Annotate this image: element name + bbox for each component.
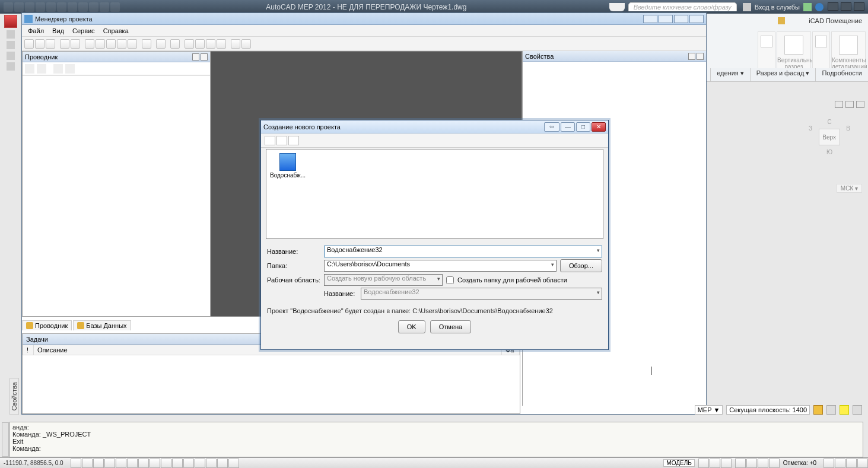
status-toggle[interactable] (857, 459, 868, 468)
pm-menu-help[interactable]: Справка (103, 27, 129, 34)
palette-icon[interactable] (7, 62, 15, 71)
status-toggle[interactable] (116, 459, 126, 468)
doc-max-button[interactable] (845, 101, 854, 108)
pm-tool[interactable] (85, 39, 94, 49)
pm-tool[interactable] (96, 39, 105, 49)
pm-tool[interactable] (24, 39, 34, 49)
doc-min-button[interactable] (835, 101, 843, 108)
cmd-prompt[interactable]: Команда: (12, 445, 860, 452)
status-toggle[interactable] (698, 459, 709, 468)
status-toggle[interactable] (71, 459, 81, 468)
status-toggle[interactable] (758, 459, 768, 468)
coords-readout[interactable]: -11190.7, 88856.5, 0.0 (0, 460, 67, 466)
ok-button[interactable]: OK (398, 320, 425, 333)
view-small-icons[interactable] (276, 136, 287, 145)
status-toggle[interactable] (835, 459, 845, 468)
pm-menu-view[interactable]: Вид (52, 27, 64, 34)
status-toggle[interactable] (735, 459, 746, 468)
pm-maximize-button[interactable] (674, 15, 688, 23)
pm-tool[interactable] (106, 39, 116, 49)
ribbon-panel-tab[interactable]: Подробности (815, 68, 868, 81)
explorer-tool[interactable] (25, 64, 34, 74)
pin-icon[interactable] (688, 53, 695, 60)
status-toggle[interactable] (769, 459, 780, 468)
workspace-icon[interactable] (778, 17, 785, 24)
app-menu-button[interactable] (4, 15, 17, 28)
pm-tool[interactable] (117, 39, 126, 49)
status-toggle[interactable] (228, 459, 239, 468)
restore-button[interactable] (841, 2, 851, 11)
pm-tool[interactable] (46, 39, 55, 49)
viewcube[interactable]: С З Верх В Ю (803, 119, 856, 155)
tab-databases[interactable]: Базы Данных (73, 320, 131, 330)
palette-icon[interactable] (7, 52, 15, 60)
viewcube-n[interactable]: С (803, 119, 856, 125)
status-toggle[interactable] (82, 459, 93, 468)
name-input[interactable]: Водоснабжение32 (324, 246, 602, 257)
viewcube-s[interactable]: Ю (803, 149, 856, 155)
qat-btn[interactable] (4, 2, 13, 12)
cancel-button[interactable]: Отмена (430, 320, 471, 333)
qat-btn[interactable] (68, 2, 77, 12)
view-large-icons[interactable] (265, 136, 275, 145)
qat-btn[interactable] (89, 2, 98, 12)
qat-btn[interactable] (57, 2, 66, 12)
status-toggle[interactable] (206, 459, 217, 468)
minimize-button[interactable] (828, 2, 838, 11)
workspace-select[interactable]: Создать новую рабочую область (324, 274, 443, 286)
status-toggle[interactable] (93, 459, 104, 468)
status-toggle[interactable] (161, 459, 171, 468)
pm-tool[interactable] (217, 39, 226, 49)
pm-close-button[interactable] (689, 15, 704, 23)
tab-explorer[interactable]: Проводник (22, 320, 72, 330)
pm-tool[interactable] (170, 39, 180, 49)
pm-menu-file[interactable]: Файл (28, 27, 44, 34)
elevation-readout[interactable]: Отметка: +0 (780, 460, 820, 466)
properties-palette-tab[interactable]: Свойства (9, 378, 19, 415)
close-icon[interactable] (201, 53, 208, 61)
bulb-icon[interactable] (813, 405, 823, 415)
status-toggle[interactable] (195, 459, 205, 468)
pm-tool[interactable] (60, 39, 69, 49)
status-toggle[interactable] (746, 459, 757, 468)
status-toggle[interactable] (183, 459, 194, 468)
dlg-back-button[interactable]: ⇦ (544, 122, 559, 132)
doc-close-button[interactable] (856, 101, 864, 108)
wcs-badge[interactable]: МСК ▾ (837, 184, 862, 193)
binoculars-icon[interactable] (743, 3, 751, 11)
close-button[interactable] (854, 2, 864, 11)
status-toggle[interactable] (824, 459, 834, 468)
explorer-tree[interactable] (23, 75, 210, 316)
ribbon-panel-tab[interactable]: Разрез и фасад ▾ (750, 68, 816, 81)
mep-dropdown[interactable]: MEP ▼ (695, 405, 723, 415)
pm-tool[interactable] (231, 39, 240, 49)
pm-tool[interactable] (241, 39, 251, 49)
status-toggle[interactable] (127, 459, 138, 468)
view-list[interactable] (288, 136, 299, 145)
pm-tool[interactable] (185, 39, 194, 49)
qat-btn[interactable] (78, 2, 88, 12)
col-flag[interactable]: ! (23, 345, 34, 355)
template-item[interactable]: Водоснабж... (270, 153, 306, 179)
palette-icon[interactable] (7, 30, 15, 39)
tool-icon[interactable] (826, 405, 836, 415)
status-toggle[interactable] (172, 459, 183, 468)
dlg-minimize-button[interactable]: — (561, 122, 575, 132)
pm-tool[interactable] (206, 39, 215, 49)
close-icon[interactable] (697, 53, 704, 60)
viewcube-e[interactable]: В (846, 125, 850, 149)
status-toggle[interactable] (710, 459, 720, 468)
explorer-tool[interactable] (37, 64, 46, 74)
pm-tool[interactable] (142, 39, 151, 49)
status-toggle[interactable] (217, 459, 228, 468)
pm-titlebar[interactable]: Менеджер проекта (22, 13, 706, 25)
command-line[interactable]: анда: Команда: _WS_PROJECT Exit Команда: (9, 422, 863, 457)
status-toggle[interactable] (721, 459, 732, 468)
qat-btn[interactable] (25, 2, 34, 12)
ribbon-panel-tab[interactable]: едения ▾ (710, 68, 750, 81)
dlg-close-button[interactable]: ✕ (592, 122, 606, 132)
viewcube-top[interactable]: Верх (819, 129, 840, 145)
pm-tool[interactable] (71, 39, 80, 49)
search-input[interactable]: Введите ключевое слово/фразу (628, 2, 737, 11)
dlg-maximize-button[interactable]: □ (576, 122, 590, 132)
